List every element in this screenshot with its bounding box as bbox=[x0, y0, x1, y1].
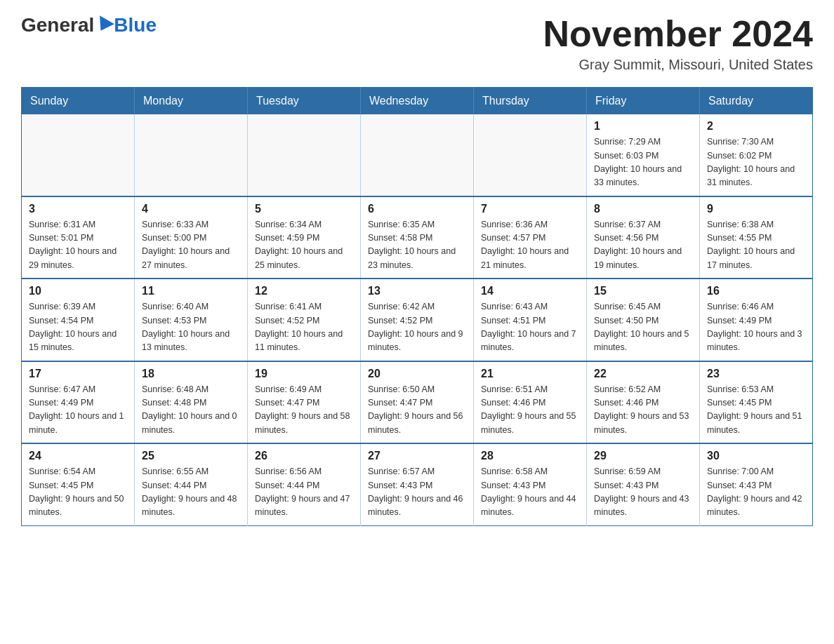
table-row: 7Sunrise: 6:36 AM Sunset: 4:57 PM Daylig… bbox=[474, 196, 587, 279]
day-number: 16 bbox=[707, 285, 805, 297]
table-row: 13Sunrise: 6:42 AM Sunset: 4:52 PM Dayli… bbox=[361, 279, 474, 361]
col-friday: Friday bbox=[587, 88, 700, 115]
day-number: 24 bbox=[29, 450, 127, 462]
page-header: General Blue November 2024 Gray Summit, … bbox=[21, 14, 813, 73]
day-number: 10 bbox=[29, 285, 127, 297]
day-number: 25 bbox=[142, 450, 240, 462]
day-number: 26 bbox=[255, 450, 353, 462]
col-thursday: Thursday bbox=[474, 88, 587, 115]
day-number: 11 bbox=[142, 285, 240, 297]
day-number: 5 bbox=[255, 203, 353, 215]
table-row: 25Sunrise: 6:55 AM Sunset: 4:44 PM Dayli… bbox=[135, 443, 248, 525]
day-number: 3 bbox=[29, 203, 127, 215]
day-info: Sunrise: 6:38 AM Sunset: 4:55 PM Dayligh… bbox=[707, 218, 805, 273]
day-info: Sunrise: 6:53 AM Sunset: 4:45 PM Dayligh… bbox=[707, 383, 805, 438]
month-title: November 2024 bbox=[543, 14, 813, 54]
day-number: 23 bbox=[707, 368, 805, 380]
table-row: 1Sunrise: 7:29 AM Sunset: 6:03 PM Daylig… bbox=[587, 114, 700, 196]
day-info: Sunrise: 6:49 AM Sunset: 4:47 PM Dayligh… bbox=[255, 383, 353, 438]
day-number: 17 bbox=[29, 368, 127, 380]
table-row bbox=[361, 114, 474, 196]
day-number: 2 bbox=[707, 120, 805, 133]
table-row: 22Sunrise: 6:52 AM Sunset: 4:46 PM Dayli… bbox=[587, 361, 700, 444]
day-info: Sunrise: 7:00 AM Sunset: 4:43 PM Dayligh… bbox=[707, 465, 805, 520]
day-number: 28 bbox=[481, 450, 579, 462]
logo-general: General bbox=[21, 14, 94, 36]
day-number: 20 bbox=[368, 368, 466, 380]
table-row: 12Sunrise: 6:41 AM Sunset: 4:52 PM Dayli… bbox=[248, 279, 361, 361]
day-info: Sunrise: 6:36 AM Sunset: 4:57 PM Dayligh… bbox=[481, 218, 579, 273]
col-saturday: Saturday bbox=[700, 88, 813, 115]
day-number: 27 bbox=[368, 450, 466, 462]
day-info: Sunrise: 6:55 AM Sunset: 4:44 PM Dayligh… bbox=[142, 465, 240, 520]
day-number: 8 bbox=[594, 203, 692, 215]
day-info: Sunrise: 6:58 AM Sunset: 4:43 PM Dayligh… bbox=[481, 465, 579, 520]
logo-text: General Blue bbox=[21, 14, 157, 36]
day-info: Sunrise: 6:45 AM Sunset: 4:50 PM Dayligh… bbox=[594, 300, 692, 355]
calendar-week-row: 10Sunrise: 6:39 AM Sunset: 4:54 PM Dayli… bbox=[22, 279, 813, 361]
calendar-week-row: 17Sunrise: 6:47 AM Sunset: 4:49 PM Dayli… bbox=[22, 361, 813, 444]
table-row: 27Sunrise: 6:57 AM Sunset: 4:43 PM Dayli… bbox=[361, 443, 474, 525]
calendar-header-row: Sunday Monday Tuesday Wednesday Thursday… bbox=[22, 88, 813, 115]
table-row: 15Sunrise: 6:45 AM Sunset: 4:50 PM Dayli… bbox=[587, 279, 700, 361]
day-number: 18 bbox=[142, 368, 240, 380]
table-row: 5Sunrise: 6:34 AM Sunset: 4:59 PM Daylig… bbox=[248, 196, 361, 279]
col-sunday: Sunday bbox=[22, 88, 135, 115]
day-number: 7 bbox=[481, 203, 579, 215]
table-row: 23Sunrise: 6:53 AM Sunset: 4:45 PM Dayli… bbox=[700, 361, 813, 444]
table-row: 11Sunrise: 6:40 AM Sunset: 4:53 PM Dayli… bbox=[135, 279, 248, 361]
day-info: Sunrise: 6:52 AM Sunset: 4:46 PM Dayligh… bbox=[594, 383, 692, 438]
table-row bbox=[22, 114, 135, 196]
table-row: 8Sunrise: 6:37 AM Sunset: 4:56 PM Daylig… bbox=[587, 196, 700, 279]
calendar-week-row: 3Sunrise: 6:31 AM Sunset: 5:01 PM Daylig… bbox=[22, 196, 813, 279]
day-info: Sunrise: 7:30 AM Sunset: 6:02 PM Dayligh… bbox=[707, 135, 805, 190]
col-tuesday: Tuesday bbox=[248, 88, 361, 115]
logo-triangle-icon bbox=[93, 15, 114, 35]
table-row: 17Sunrise: 6:47 AM Sunset: 4:49 PM Dayli… bbox=[22, 361, 135, 444]
day-number: 15 bbox=[594, 285, 692, 297]
table-row: 18Sunrise: 6:48 AM Sunset: 4:48 PM Dayli… bbox=[135, 361, 248, 444]
day-info: Sunrise: 6:41 AM Sunset: 4:52 PM Dayligh… bbox=[255, 300, 353, 355]
table-row: 29Sunrise: 6:59 AM Sunset: 4:43 PM Dayli… bbox=[587, 443, 700, 525]
day-info: Sunrise: 6:56 AM Sunset: 4:44 PM Dayligh… bbox=[255, 465, 353, 520]
day-info: Sunrise: 6:42 AM Sunset: 4:52 PM Dayligh… bbox=[368, 300, 466, 355]
day-info: Sunrise: 6:51 AM Sunset: 4:46 PM Dayligh… bbox=[481, 383, 579, 438]
table-row: 3Sunrise: 6:31 AM Sunset: 5:01 PM Daylig… bbox=[22, 196, 135, 279]
day-info: Sunrise: 6:48 AM Sunset: 4:48 PM Dayligh… bbox=[142, 383, 240, 438]
day-number: 13 bbox=[368, 285, 466, 297]
table-row: 20Sunrise: 6:50 AM Sunset: 4:47 PM Dayli… bbox=[361, 361, 474, 444]
calendar-week-row: 1Sunrise: 7:29 AM Sunset: 6:03 PM Daylig… bbox=[22, 114, 813, 196]
table-row bbox=[474, 114, 587, 196]
day-info: Sunrise: 6:33 AM Sunset: 5:00 PM Dayligh… bbox=[142, 218, 240, 273]
table-row: 6Sunrise: 6:35 AM Sunset: 4:58 PM Daylig… bbox=[361, 196, 474, 279]
day-info: Sunrise: 6:46 AM Sunset: 4:49 PM Dayligh… bbox=[707, 300, 805, 355]
col-monday: Monday bbox=[135, 88, 248, 115]
day-info: Sunrise: 6:47 AM Sunset: 4:49 PM Dayligh… bbox=[29, 383, 127, 438]
day-info: Sunrise: 7:29 AM Sunset: 6:03 PM Dayligh… bbox=[594, 135, 692, 190]
day-info: Sunrise: 6:57 AM Sunset: 4:43 PM Dayligh… bbox=[368, 465, 466, 520]
table-row: 19Sunrise: 6:49 AM Sunset: 4:47 PM Dayli… bbox=[248, 361, 361, 444]
day-number: 19 bbox=[255, 368, 353, 380]
calendar-table: Sunday Monday Tuesday Wednesday Thursday… bbox=[21, 87, 813, 526]
day-number: 30 bbox=[707, 450, 805, 462]
calendar-week-row: 24Sunrise: 6:54 AM Sunset: 4:45 PM Dayli… bbox=[22, 443, 813, 525]
day-number: 29 bbox=[594, 450, 692, 462]
location-title: Gray Summit, Missouri, United States bbox=[543, 57, 813, 73]
day-info: Sunrise: 6:35 AM Sunset: 4:58 PM Dayligh… bbox=[368, 218, 466, 273]
day-info: Sunrise: 6:34 AM Sunset: 4:59 PM Dayligh… bbox=[255, 218, 353, 273]
table-row: 10Sunrise: 6:39 AM Sunset: 4:54 PM Dayli… bbox=[22, 279, 135, 361]
day-info: Sunrise: 6:43 AM Sunset: 4:51 PM Dayligh… bbox=[481, 300, 579, 355]
table-row: 2Sunrise: 7:30 AM Sunset: 6:02 PM Daylig… bbox=[700, 114, 813, 196]
table-row: 26Sunrise: 6:56 AM Sunset: 4:44 PM Dayli… bbox=[248, 443, 361, 525]
title-area: November 2024 Gray Summit, Missouri, Uni… bbox=[543, 14, 813, 73]
table-row: 24Sunrise: 6:54 AM Sunset: 4:45 PM Dayli… bbox=[22, 443, 135, 525]
day-number: 22 bbox=[594, 368, 692, 380]
day-info: Sunrise: 6:39 AM Sunset: 4:54 PM Dayligh… bbox=[29, 300, 127, 355]
table-row bbox=[248, 114, 361, 196]
day-number: 1 bbox=[594, 120, 692, 133]
day-info: Sunrise: 6:54 AM Sunset: 4:45 PM Dayligh… bbox=[29, 465, 127, 520]
table-row bbox=[135, 114, 248, 196]
day-info: Sunrise: 6:50 AM Sunset: 4:47 PM Dayligh… bbox=[368, 383, 466, 438]
logo-blue: Blue bbox=[114, 14, 157, 36]
day-number: 9 bbox=[707, 203, 805, 215]
